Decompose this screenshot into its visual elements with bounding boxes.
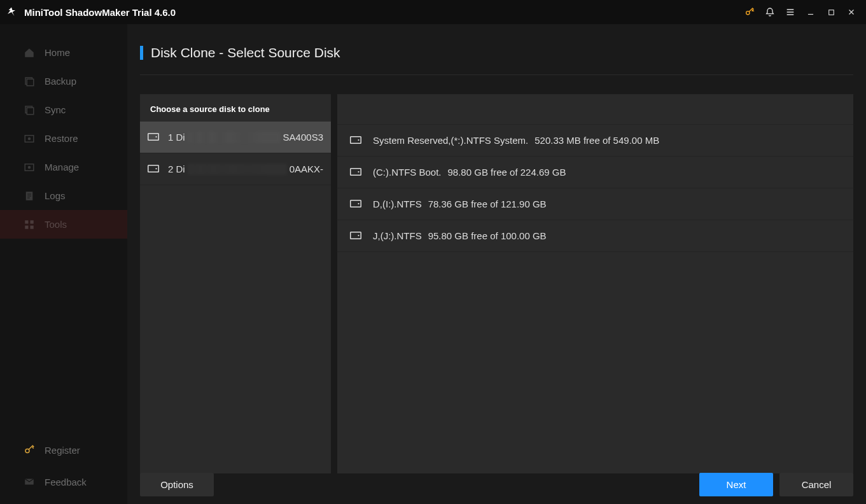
backup-icon — [23, 75, 36, 88]
partition-row[interactable]: (C:).NTFS Boot. 98.80 GB free of 224.69 … — [337, 157, 853, 188]
tools-icon — [23, 218, 36, 231]
redacted-text — [188, 164, 287, 175]
minimize-button[interactable] — [802, 4, 819, 20]
key-icon — [23, 444, 36, 456]
partition-size: 520.33 MB free of 549.00 MB — [534, 135, 659, 146]
sidebar-item-label: Logs — [45, 190, 66, 201]
svg-point-26 — [358, 202, 359, 204]
partition-row[interactable]: System Reserved,(*:).NTFS System. 520.33… — [337, 125, 853, 157]
partition-row[interactable]: J,(J:).NTFS 95.80 GB free of 100.00 GB — [337, 220, 853, 252]
license-key-icon[interactable] — [741, 4, 758, 20]
svg-rect-27 — [351, 232, 361, 239]
partition-icon — [350, 136, 361, 145]
disk-icon — [148, 133, 159, 142]
partition-icon — [350, 200, 361, 209]
disk-label-suffix: 0AAKX- — [290, 164, 323, 174]
source-disk-row[interactable]: 1 Di SA400S3 — [140, 122, 331, 153]
sidebar-item-logs[interactable]: Logs — [0, 181, 127, 210]
close-button[interactable] — [843, 4, 860, 20]
svg-rect-3 — [27, 79, 34, 86]
title-bar: MiniTool ShadowMaker Trial 4.6.0 — [0, 0, 866, 24]
svg-point-18 — [155, 136, 157, 137]
svg-point-15 — [25, 449, 29, 453]
svg-rect-19 — [148, 165, 159, 172]
svg-rect-11 — [25, 220, 28, 223]
svg-point-24 — [358, 171, 359, 172]
svg-point-9 — [28, 165, 31, 169]
svg-rect-21 — [351, 136, 361, 143]
sidebar-item-label: Restore — [45, 133, 78, 144]
disk-label-prefix: 2 Di — [168, 164, 185, 174]
svg-rect-23 — [351, 168, 361, 175]
partition-name: J,(J:).NTFS — [373, 230, 422, 241]
redacted-text — [188, 132, 281, 143]
sidebar: Home Backup Sync Restore Manage Logs — [0, 24, 127, 504]
svg-rect-13 — [25, 225, 28, 228]
svg-point-7 — [28, 137, 31, 140]
main-content: Disk Clone - Select Source Disk Choose a… — [127, 24, 866, 504]
partition-name: System Reserved,(*:).NTFS System. — [373, 135, 528, 146]
partition-panel: System Reserved,(*:).NTFS System. 520.33… — [337, 94, 853, 473]
sidebar-item-label: Manage — [45, 162, 79, 172]
app-title: MiniTool ShadowMaker Trial 4.6.0 — [24, 7, 176, 18]
footer-bar: Options Next Cancel — [140, 473, 853, 496]
next-button[interactable]: Next — [699, 473, 773, 496]
partition-size: 98.80 GB free of 224.69 GB — [448, 167, 566, 178]
partition-row[interactable]: D,(I:).NTFS 78.36 GB free of 121.90 GB — [337, 188, 853, 220]
partition-panel-header — [337, 94, 853, 125]
sidebar-item-label: Sync — [45, 104, 66, 115]
home-icon — [23, 46, 36, 59]
options-button[interactable]: Options — [140, 473, 214, 496]
sidebar-item-manage[interactable]: Manage — [0, 153, 127, 181]
svg-rect-12 — [31, 220, 34, 223]
svg-point-20 — [155, 167, 157, 169]
logs-icon — [23, 190, 36, 202]
svg-rect-5 — [27, 108, 34, 115]
svg-point-0 — [746, 11, 750, 15]
svg-rect-25 — [351, 200, 361, 207]
svg-rect-1 — [828, 10, 834, 15]
disk-label-prefix: 1 Di — [168, 132, 185, 143]
source-disk-row[interactable]: 2 Di 0AAKX- — [140, 153, 331, 185]
sync-icon — [23, 104, 36, 116]
mail-icon — [23, 475, 36, 488]
sidebar-item-sync[interactable]: Sync — [0, 95, 127, 124]
partition-name: D,(I:).NTFS — [373, 199, 422, 209]
sidebar-item-label: Feedback — [45, 477, 87, 487]
partition-name: (C:).NTFS Boot. — [373, 167, 442, 178]
page-title: Disk Clone - Select Source Disk — [151, 45, 340, 60]
sidebar-item-register[interactable]: Register — [0, 434, 127, 466]
app-logo-icon — [5, 6, 18, 18]
sidebar-item-tools[interactable]: Tools — [0, 210, 127, 239]
sidebar-item-restore[interactable]: Restore — [0, 124, 127, 153]
svg-rect-14 — [31, 225, 34, 228]
sidebar-item-backup[interactable]: Backup — [0, 67, 127, 95]
source-disk-panel: Choose a source disk to clone 1 Di SA400… — [140, 94, 331, 473]
page-header: Disk Clone - Select Source Disk — [140, 31, 853, 75]
menu-icon[interactable] — [782, 4, 799, 20]
sidebar-item-label: Backup — [45, 76, 76, 87]
maximize-button[interactable] — [823, 4, 839, 20]
header-accent-bar — [140, 46, 143, 60]
manage-icon — [23, 161, 36, 174]
svg-point-22 — [358, 139, 359, 140]
source-panel-heading: Choose a source disk to clone — [140, 94, 331, 122]
sidebar-item-label: Tools — [45, 219, 67, 230]
sidebar-item-feedback[interactable]: Feedback — [0, 466, 127, 498]
partition-icon — [350, 232, 361, 241]
notification-icon[interactable] — [762, 4, 778, 20]
partition-size: 95.80 GB free of 100.00 GB — [428, 230, 547, 241]
svg-rect-17 — [148, 133, 159, 140]
partition-icon — [350, 168, 361, 177]
partition-size: 78.36 GB free of 121.90 GB — [428, 199, 547, 209]
svg-point-28 — [358, 234, 359, 235]
cancel-button[interactable]: Cancel — [779, 473, 853, 496]
restore-icon — [23, 132, 36, 145]
sidebar-item-label: Register — [45, 445, 80, 456]
disk-label-suffix: SA400S3 — [283, 132, 323, 143]
sidebar-item-home[interactable]: Home — [0, 38, 127, 67]
sidebar-item-label: Home — [45, 47, 70, 58]
disk-icon — [148, 165, 159, 174]
